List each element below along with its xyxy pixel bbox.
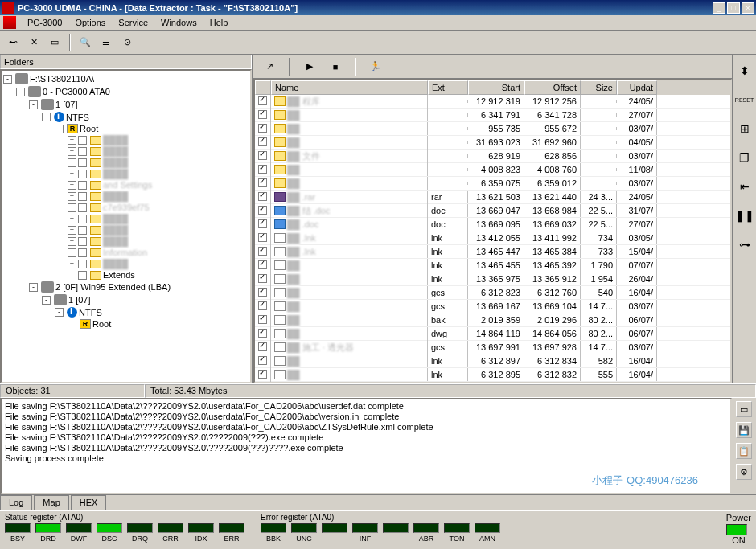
tree-checkbox[interactable]	[78, 136, 87, 145]
tree-toggle[interactable]: -	[29, 100, 38, 109]
col-offset[interactable]: Offset	[524, 80, 581, 95]
table-row[interactable]: ██ .rarrar13 621 50313 621 44024 3...24/…	[255, 191, 730, 204]
row-checkbox[interactable]	[258, 233, 267, 242]
tree-toggle[interactable]: +	[68, 226, 76, 235]
play-icon[interactable]: ▶	[300, 57, 319, 76]
file-list[interactable]: Name Ext Start Offset Size Updat ██ 程库12…	[253, 79, 732, 383]
col-name[interactable]: Name	[271, 80, 428, 95]
export-icon[interactable]: ↗	[260, 57, 279, 76]
side-tool-3-icon[interactable]: ⊞	[735, 119, 754, 138]
tree-toggle[interactable]: +	[68, 215, 76, 223]
row-checkbox[interactable]	[258, 260, 267, 269]
tool-catalog-icon[interactable]: ▭	[45, 33, 64, 52]
tree-label[interactable]: ████	[103, 259, 128, 268]
tree-label[interactable]: Root	[92, 319, 111, 329]
tree-label[interactable]: ████	[103, 191, 128, 201]
tree-toggle[interactable]: +	[68, 147, 76, 156]
side-tool-7-icon[interactable]: ⊶	[735, 235, 754, 254]
menu-pc-3000[interactable]: PC-3000	[21, 16, 68, 29]
tree-toggle[interactable]: -	[3, 75, 12, 84]
tool-list-icon[interactable]: ☰	[97, 33, 116, 52]
tree-label[interactable]: ████	[103, 169, 128, 178]
row-checkbox[interactable]	[258, 206, 267, 215]
row-checkbox[interactable]	[258, 329, 267, 338]
menu-options[interactable]: Options	[68, 16, 112, 29]
tab-hex[interactable]: HEX	[71, 495, 107, 510]
row-checkbox[interactable]	[258, 342, 267, 351]
table-row[interactable]: ██4 008 8234 008 76011/08/	[255, 163, 730, 177]
tree-label[interactable]: Information	[103, 248, 147, 257]
tree-label[interactable]: 1 [07]	[55, 100, 78, 109]
tree-toggle[interactable]: -	[42, 296, 51, 305]
row-checkbox[interactable]	[258, 165, 267, 174]
tree-toggle[interactable]: -	[55, 125, 64, 133]
tree-label[interactable]: NTFS	[66, 113, 89, 122]
log-settings-icon[interactable]: ⚙	[736, 464, 752, 480]
table-row[interactable]: ██ 程库12 912 31912 912 25624/05/	[255, 95, 730, 109]
log-save-icon[interactable]: 💾	[736, 422, 752, 438]
tree-toggle[interactable]: +	[68, 158, 76, 167]
menu-service[interactable]: Service	[112, 16, 154, 29]
tab-map[interactable]: Map	[34, 495, 68, 510]
table-row[interactable]: ██gcs13 669 16713 669 10414 7...03/07/	[255, 300, 730, 313]
tree-label[interactable]: Root	[80, 124, 98, 133]
close-button[interactable]: ×	[742, 2, 754, 14]
row-checkbox[interactable]	[258, 151, 267, 160]
tree-checkbox[interactable]	[78, 147, 87, 156]
tree-toggle[interactable]: +	[68, 248, 76, 257]
tool-search-icon[interactable]: 🔍	[76, 33, 95, 52]
row-checkbox[interactable]	[258, 110, 267, 119]
table-row[interactable]: ██ 文件628 919628 85603/07/	[255, 150, 730, 163]
table-row[interactable]: ██ .lnklnk13 465 44713 465 38473315/04/	[255, 245, 730, 259]
row-checkbox[interactable]	[258, 315, 267, 324]
tree-label[interactable]: ████	[103, 158, 128, 167]
side-copy-icon[interactable]: ❐	[735, 148, 754, 167]
col-updated[interactable]: Updat	[617, 80, 657, 95]
tree-checkbox[interactable]	[78, 170, 87, 178]
tree-label[interactable]: 2 [0F] Win95 Extended (LBA)	[55, 282, 171, 292]
tree-label[interactable]: ████	[103, 146, 128, 156]
tree-toggle[interactable]: +	[68, 260, 76, 268]
tree-toggle[interactable]: +	[68, 170, 76, 178]
tree-toggle[interactable]: -	[42, 113, 51, 121]
side-reset-icon[interactable]: RESET	[735, 90, 754, 109]
tree-checkbox[interactable]	[78, 215, 87, 223]
maximize-button[interactable]: □	[727, 2, 740, 14]
row-checkbox[interactable]	[258, 274, 267, 283]
row-checkbox[interactable]	[258, 356, 267, 365]
tree-label[interactable]: and Settings	[103, 180, 152, 190]
run-icon[interactable]: 🏃	[366, 57, 385, 76]
side-pause-icon[interactable]: ❚❚	[735, 206, 754, 225]
table-row[interactable]: ██lnk13 365 97513 365 9121 95426/04/	[255, 272, 730, 286]
tree-checkbox[interactable]	[78, 181, 87, 190]
row-checkbox[interactable]	[258, 178, 267, 187]
tool-settings-icon[interactable]: ✕	[24, 33, 43, 52]
tree-checkbox[interactable]	[78, 260, 87, 268]
tool-disk-icon[interactable]: ⊙	[117, 33, 137, 52]
tree-toggle[interactable]: +	[68, 203, 76, 212]
table-row[interactable]: ██gcs6 312 8236 312 76054016/04/	[255, 286, 730, 300]
col-ext[interactable]: Ext	[428, 80, 468, 95]
col-size[interactable]: Size	[581, 80, 617, 95]
tree-toggle[interactable]: -	[55, 308, 64, 317]
tree-label[interactable]: NTFS	[79, 308, 102, 318]
table-row[interactable]: ██bak2 019 3592 019 29680 2...06/07/	[255, 313, 730, 327]
tree-label[interactable]: 0 - PC3000 ATA0	[43, 87, 110, 96]
tree-toggle[interactable]: -	[29, 283, 38, 292]
table-row[interactable]: ██lnk6 312 8956 312 83255516/04/	[255, 368, 730, 382]
minimize-button[interactable]: _	[713, 2, 725, 14]
tree-checkbox[interactable]	[78, 237, 87, 246]
table-row[interactable]: ██lnk13 465 45513 465 3921 79007/07/	[255, 259, 730, 272]
stop-icon[interactable]: ■	[326, 57, 345, 76]
tree-checkbox[interactable]	[78, 192, 87, 201]
table-row[interactable]: ██dwg14 864 11914 864 05680 2...06/07/	[255, 327, 730, 341]
menu-help[interactable]: Help	[203, 16, 235, 29]
tree-label[interactable]: ████	[103, 214, 128, 223]
tab-log[interactable]: Log	[0, 495, 32, 510]
tree-checkbox[interactable]	[78, 226, 87, 235]
table-row[interactable]: ██6 359 0756 359 01203/07/	[255, 177, 730, 191]
row-checkbox[interactable]	[258, 219, 267, 228]
row-checkbox[interactable]	[258, 370, 267, 379]
tree-label[interactable]: c7e939ef75	[103, 203, 150, 212]
tree-checkbox[interactable]	[78, 248, 87, 257]
